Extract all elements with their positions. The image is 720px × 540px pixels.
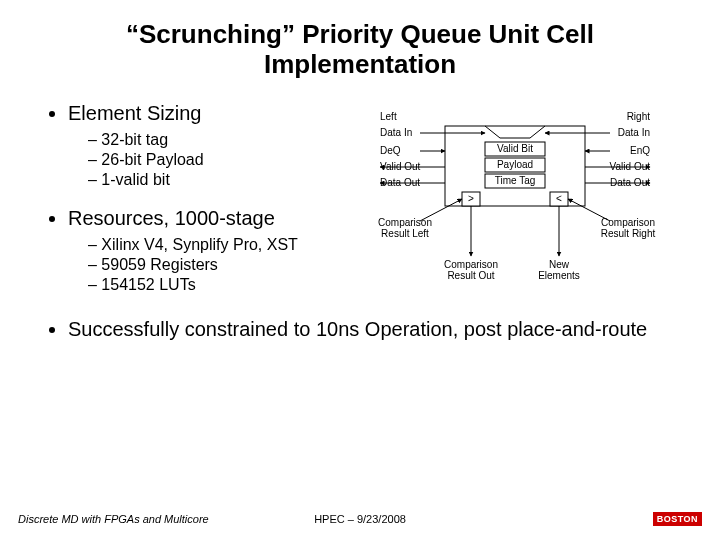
new-elements-l1: New <box>549 259 570 270</box>
data-in-right-label: Data In <box>618 127 650 138</box>
data-in-left-label: Data In <box>380 127 412 138</box>
bullet-constrained: Successfully constrained to 10ns Operati… <box>68 318 680 341</box>
unit-cell-diagram: Valid Bit Payload Time Tag > < Left Data… <box>350 102 680 310</box>
new-elements-l2: Elements <box>538 270 580 281</box>
payload-label: Payload <box>497 159 533 170</box>
enq-label: EnQ <box>630 145 650 156</box>
time-tag-label: Time Tag <box>495 175 536 186</box>
bullet-label: Element Sizing <box>68 102 201 124</box>
deq-label: DeQ <box>380 145 401 156</box>
sub-item: 59059 Registers <box>88 256 350 274</box>
footer-center: HPEC – 9/23/2008 <box>314 513 406 525</box>
sub-item: 26-bit Payload <box>88 151 350 169</box>
slide-title: “Scrunching” Priority Queue Unit Cell Im… <box>40 20 680 80</box>
slide-footer: Discrete MD with FPGAs and Multicore HPE… <box>0 512 720 526</box>
sub-item: 154152 LUTs <box>88 276 350 294</box>
title-line2: Implementation <box>264 49 456 79</box>
sub-item: 1-valid bit <box>88 171 350 189</box>
left-label: Left <box>380 111 397 122</box>
footer-left: Discrete MD with FPGAs and Multicore <box>18 513 209 525</box>
sub-item: 32-bit tag <box>88 131 350 149</box>
boston-university-logo: BOSTON <box>653 512 702 526</box>
cmp-out-l1: Comparison <box>444 259 498 270</box>
cmp-left-l1: Comparison <box>378 217 432 228</box>
bullet-resources: Resources, 1000-stage Xilinx V4, Synplif… <box>68 207 350 294</box>
right-label: Right <box>627 111 651 122</box>
cmp-out-l2: Result Out <box>447 270 494 281</box>
bullet-element-sizing: Element Sizing 32-bit tag 26-bit Payload… <box>68 102 350 189</box>
valid-bit-label: Valid Bit <box>497 143 533 154</box>
sub-item: Xilinx V4, Synplify Pro, XST <box>88 236 350 254</box>
logo-red-text: BOSTON <box>653 512 702 526</box>
cmp-left-l2: Result Left <box>381 228 429 239</box>
bullet-label: Resources, 1000-stage <box>68 207 275 229</box>
cmp-right-l2: Result Right <box>601 228 656 239</box>
cmp-right-l1: Comparison <box>601 217 655 228</box>
lt-label: < <box>556 193 562 204</box>
gt-label: > <box>468 193 474 204</box>
title-line1: “Scrunching” Priority Queue Unit Cell <box>126 19 594 49</box>
